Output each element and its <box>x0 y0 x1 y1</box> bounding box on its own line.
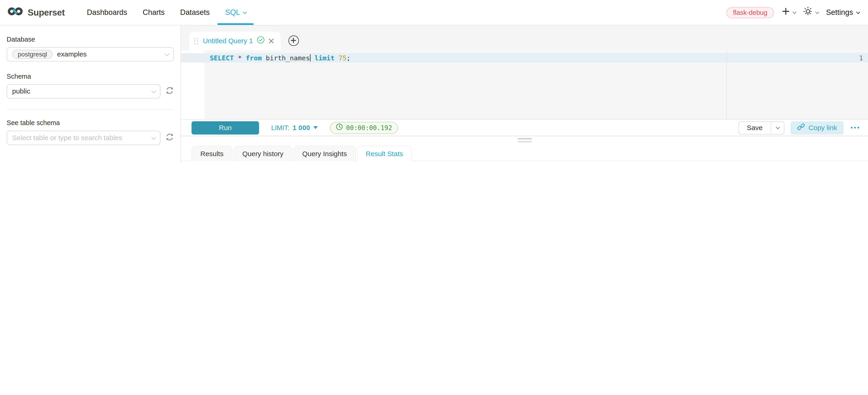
sql-text: * <box>234 54 246 62</box>
sidebar-divider <box>7 109 174 110</box>
schema-label: Schema <box>7 72 174 80</box>
new-item-menu-button[interactable] <box>782 7 796 18</box>
chevron-down-icon <box>151 135 156 140</box>
print-margin-line <box>726 50 727 119</box>
chevron-down-icon <box>856 10 860 14</box>
table-select[interactable]: Select table or type to search tables <box>7 131 160 145</box>
save-split-button: Save <box>738 121 784 134</box>
query-editor-tab[interactable]: Untitled Query 1 <box>189 32 280 50</box>
superset-logo-icon <box>8 6 23 19</box>
plus-icon <box>782 7 790 18</box>
schema-select-value: public <box>12 88 30 95</box>
sql-number: 75 <box>338 54 346 62</box>
sql-text <box>335 54 339 62</box>
sql-punctuation: ; <box>346 54 350 62</box>
environment-badge: flask-debug <box>726 7 774 18</box>
schema-select[interactable]: public <box>7 84 160 98</box>
settings-menu-button[interactable]: Settings <box>826 8 859 17</box>
tab-results[interactable]: Results <box>191 146 232 161</box>
active-line-gutter <box>181 53 204 63</box>
tab-query-history[interactable]: Query history <box>233 146 292 161</box>
save-dropdown-button[interactable] <box>770 122 784 134</box>
query-tab-title: Untitled Query 1 <box>203 37 253 45</box>
pane-drag-handle[interactable] <box>181 136 868 144</box>
result-stats-panel: number (3) Column Nulls % Distinct % Mos… <box>181 161 868 163</box>
nav-item-sql[interactable]: SQL <box>217 0 253 25</box>
clock-icon <box>336 123 343 132</box>
copy-link-button[interactable]: Copy link <box>790 121 844 134</box>
close-tab-icon[interactable] <box>268 36 274 46</box>
sql-code-editor[interactable]: 1 SELECT * from birth_names limit 75; <box>181 50 868 119</box>
logo-text: Superset <box>28 7 65 18</box>
copy-link-label: Copy link <box>809 124 837 131</box>
sql-text <box>311 54 315 62</box>
query-success-icon <box>257 36 265 46</box>
sqllab-left-sidebar: Database postgresql examples Schema publ… <box>0 25 181 163</box>
chevron-down-icon <box>793 10 797 14</box>
add-tab-button[interactable] <box>288 35 299 46</box>
tab-result-stats[interactable]: Result Stats <box>357 146 412 161</box>
limit-value: 1 000 <box>293 124 310 131</box>
sql-identifier: birth_names <box>262 54 310 62</box>
editor-tab-bar: Untitled Query 1 <box>181 25 868 50</box>
sql-keyword: SELECT <box>210 54 234 62</box>
editor-toolbar: Run LIMIT: 1 000 00:00:00.192 <box>181 119 868 136</box>
link-icon <box>797 123 805 132</box>
chevron-down-icon <box>165 52 169 56</box>
chevron-down-icon <box>151 89 156 93</box>
refresh-tables-button[interactable] <box>165 133 174 143</box>
elapsed-time-value: 00:00:00.192 <box>346 124 392 131</box>
refresh-schemas-button[interactable] <box>165 86 174 96</box>
sql-keyword: from <box>246 54 262 62</box>
database-select[interactable]: postgresql examples <box>7 47 174 61</box>
elapsed-time-badge: 00:00:00.192 <box>330 122 398 134</box>
nav-item-dashboards[interactable]: Dashboards <box>79 0 135 25</box>
database-select-value: examples <box>57 50 87 58</box>
limit-dropdown[interactable]: LIMIT: 1 000 <box>271 124 318 131</box>
sync-icon <box>165 133 174 143</box>
table-select-placeholder: Select table or type to search tables <box>12 134 122 142</box>
line-number: 1 <box>859 54 863 62</box>
theme-toggle-button[interactable] <box>803 7 818 18</box>
active-nav-underline <box>217 23 253 25</box>
navbar: Superset Dashboards Charts Datasets SQL <box>0 0 868 25</box>
nav-item-datasets[interactable]: Datasets <box>172 0 217 25</box>
sql-editor-panel: Untitled Query 1 <box>181 25 868 163</box>
superset-logo[interactable]: Superset <box>8 6 65 19</box>
nav-item-charts[interactable]: Charts <box>135 0 172 25</box>
main-menu: Dashboards Charts Datasets SQL <box>79 0 253 25</box>
sql-code-line: SELECT * from birth_names limit 75; <box>210 54 350 62</box>
save-button[interactable]: Save <box>739 122 770 134</box>
chevron-down-icon <box>243 10 247 14</box>
chevron-down-icon <box>815 10 819 14</box>
sync-icon <box>165 86 174 96</box>
sql-keyword: limit <box>314 54 335 62</box>
plus-icon <box>291 37 296 45</box>
sun-icon <box>803 7 813 18</box>
database-dialect-tag: postgresql <box>12 50 53 59</box>
superset-sql-lab: Superset Dashboards Charts Datasets SQL <box>0 0 868 163</box>
tab-drag-handle-icon <box>194 38 198 44</box>
limit-label: LIMIT: <box>271 124 289 131</box>
results-tab-bar: Results Query history Query Insights Res… <box>181 146 868 161</box>
run-button[interactable]: Run <box>191 121 259 134</box>
caret-down-icon <box>313 126 318 129</box>
database-label: Database <box>7 35 174 43</box>
tab-query-insights[interactable]: Query Insights <box>293 146 356 161</box>
more-options-button[interactable] <box>850 125 860 131</box>
see-table-schema-label: See table schema <box>7 119 174 127</box>
chevron-down-icon <box>776 125 780 129</box>
